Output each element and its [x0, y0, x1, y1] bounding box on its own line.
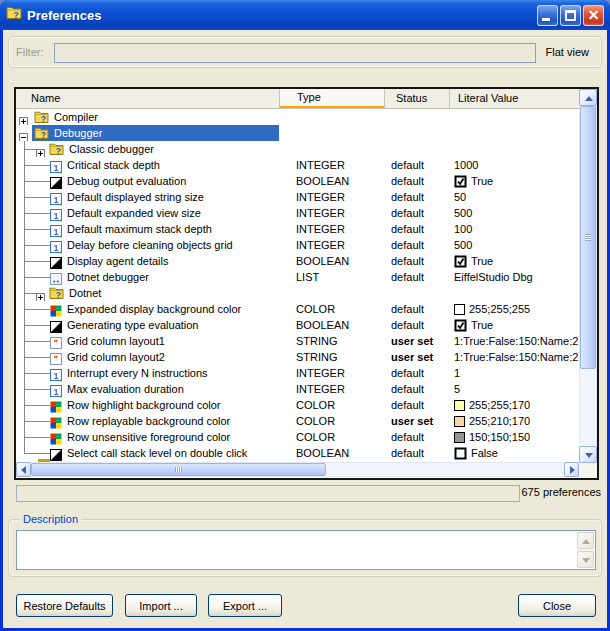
tree-pref-row[interactable]: Expanded display background colorCOLORde…: [16, 301, 579, 317]
name-cell: Row replayable background color: [16, 413, 279, 429]
minimize-icon: [542, 18, 550, 21]
literal-value-text: 1: [454, 367, 460, 379]
pref-name-label: Row highlight background color: [67, 397, 220, 413]
literal-value-cell: [449, 109, 579, 125]
tree-line: [24, 341, 50, 342]
tree-pref-row[interactable]: "Grid column layout1STRINGuser set1:True…: [16, 333, 579, 349]
tree-pref-row[interactable]: Row unsensitive foreground colorCOLORdef…: [16, 429, 579, 445]
tree-pref-row[interactable]: Debug output evaluationBOOLEANdefaultTru…: [16, 173, 579, 189]
status-cell: default: [384, 429, 449, 445]
vertical-scroll-thumb[interactable]: [580, 106, 596, 369]
svg-text:": ": [54, 338, 58, 348]
preferences-grid: Name Type Status Literal Value ?Compiler…: [14, 87, 599, 480]
horizontal-scrollbar[interactable]: [16, 462, 579, 477]
minimize-button[interactable]: [537, 5, 558, 26]
scroll-right-button[interactable]: [564, 462, 579, 477]
status-cell: default: [384, 317, 449, 333]
tree-pref-row[interactable]: 1Default displayed string sizeINTEGERdef…: [16, 189, 579, 205]
literal-value-cell: [449, 141, 579, 157]
tree-pref-row[interactable]: Row highlight background colorCOLORdefau…: [16, 397, 579, 413]
close-dialog-button[interactable]: Close: [518, 594, 596, 617]
import-button[interactable]: Import ...: [125, 594, 197, 617]
type-cell: INTEGER: [279, 237, 384, 253]
svg-text:1: 1: [53, 387, 58, 397]
vertical-scroll-track[interactable]: [579, 369, 597, 446]
tree-pref-row[interactable]: Display agent detailsBOOLEANdefaultTrue: [16, 253, 579, 269]
literal-value-text: 255;255;170: [469, 399, 530, 411]
arrow-up-icon: [582, 539, 590, 544]
horizontal-scroll-track[interactable]: [326, 462, 564, 477]
column-header-status[interactable]: Status: [384, 89, 449, 108]
status-cell: [384, 141, 449, 157]
expand-toggle-icon[interactable]: [36, 288, 45, 301]
tree-line: [24, 261, 50, 262]
name-cell: Select call stack level on double click: [16, 445, 279, 461]
literal-value-text: True: [471, 255, 493, 267]
tree-folder-row[interactable]: ?Classic debugger: [16, 141, 579, 157]
description-scroll-down-button[interactable]: [577, 551, 594, 568]
client-area: Filter: Flat view Name Type Status Liter…: [3, 30, 607, 628]
export-button[interactable]: Export ...: [208, 594, 282, 617]
status-cell: default: [384, 205, 449, 221]
tree-pref-row[interactable]: 1Delay before cleaning objects gridINTEG…: [16, 237, 579, 253]
filter-input[interactable]: [54, 43, 536, 63]
folder-icon: ?: [34, 110, 49, 125]
scroll-left-button[interactable]: [16, 462, 31, 477]
tree-pref-row[interactable]: Generating type evaluationBOOLEANdefault…: [16, 317, 579, 333]
tree-pref-row[interactable]: Select call stack level on double clickB…: [16, 445, 579, 461]
tree-pref-row[interactable]: 1Max evaluation durationINTEGERdefault5: [16, 381, 579, 397]
literal-value-cell: 100: [449, 221, 579, 237]
close-button[interactable]: ✕: [583, 5, 604, 26]
preferences-folder-icon: ?: [6, 6, 22, 24]
type-cell: COLOR: [279, 397, 384, 413]
checkbox-unchecked-icon[interactable]: [454, 447, 467, 460]
scroll-up-button[interactable]: [579, 89, 597, 106]
collapse-toggle-icon[interactable]: [19, 128, 28, 141]
folder-name-label: Debugger: [54, 125, 102, 141]
vertical-scrollbar[interactable]: [579, 89, 597, 463]
title-bar[interactable]: ? Preferences ✕: [0, 0, 610, 30]
tree-folder-row[interactable]: ?Debugger: [16, 125, 579, 141]
pref-name-label: Interrupt every N instructions: [67, 365, 208, 381]
tree-line: [24, 421, 50, 422]
tree-pref-row[interactable]: 1Default expanded view sizeINTEGERdefaul…: [16, 205, 579, 221]
column-header-type[interactable]: Type: [279, 89, 384, 108]
description-group: Description: [8, 519, 602, 577]
restore-defaults-button[interactable]: Restore Defaults: [16, 594, 113, 617]
arrow-up-icon: [585, 96, 593, 101]
column-header-name[interactable]: Name: [16, 89, 279, 108]
flat-view-toggle[interactable]: Flat view: [546, 46, 589, 58]
description-scroll-up-button[interactable]: [577, 532, 594, 549]
literal-value-cell: [449, 125, 579, 141]
expand-toggle-icon[interactable]: [19, 112, 28, 125]
description-text-area[interactable]: [16, 530, 596, 570]
scroll-grip: [585, 234, 591, 241]
tree-pref-row[interactable]: Dotnet debuggerLISTdefaultEiffelStudio D…: [16, 269, 579, 285]
literal-value-text: 1:True:False:150:Name:2: [454, 351, 578, 363]
tree-pref-row[interactable]: 1Critical stack depthINTEGERdefault1000: [16, 157, 579, 173]
checkbox-checked-icon[interactable]: [454, 175, 467, 188]
name-cell: 1Interrupt every N instructions: [16, 365, 279, 381]
checkbox-checked-icon[interactable]: [454, 319, 467, 332]
pref-name-label: Default displayed string size: [67, 189, 204, 205]
checkbox-checked-icon[interactable]: [454, 255, 467, 268]
name-cell: Generating type evaluation: [16, 317, 279, 333]
window-controls: ✕: [537, 5, 604, 26]
tree-pref-row[interactable]: Row replayable background colorCOLORuser…: [16, 413, 579, 429]
literal-value-text: 1:True:False:150:Name:2: [454, 335, 578, 347]
integer-type-icon: 1: [50, 207, 62, 221]
color-swatch: [454, 432, 465, 443]
maximize-button[interactable]: [560, 5, 581, 26]
tree-pref-row[interactable]: 1Interrupt every N instructionsINTEGERde…: [16, 365, 579, 381]
tree-pref-row[interactable]: "Grid column layout2STRINGuser set1:True…: [16, 349, 579, 365]
horizontal-scroll-thumb[interactable]: [31, 463, 326, 476]
column-header-literal-value[interactable]: Literal Value: [449, 89, 579, 108]
tree-folder-row[interactable]: ?Dotnet: [16, 285, 579, 301]
tree-folder-row[interactable]: ?Compiler: [16, 109, 579, 125]
pref-name-label: Grid column layout2: [67, 349, 165, 365]
literal-value-text: True: [471, 175, 493, 187]
expand-toggle-icon[interactable]: [36, 144, 45, 157]
scroll-down-button[interactable]: [579, 446, 597, 463]
close-icon: ✕: [584, 6, 603, 25]
tree-pref-row[interactable]: 1Default maximum stack depthINTEGERdefau…: [16, 221, 579, 237]
